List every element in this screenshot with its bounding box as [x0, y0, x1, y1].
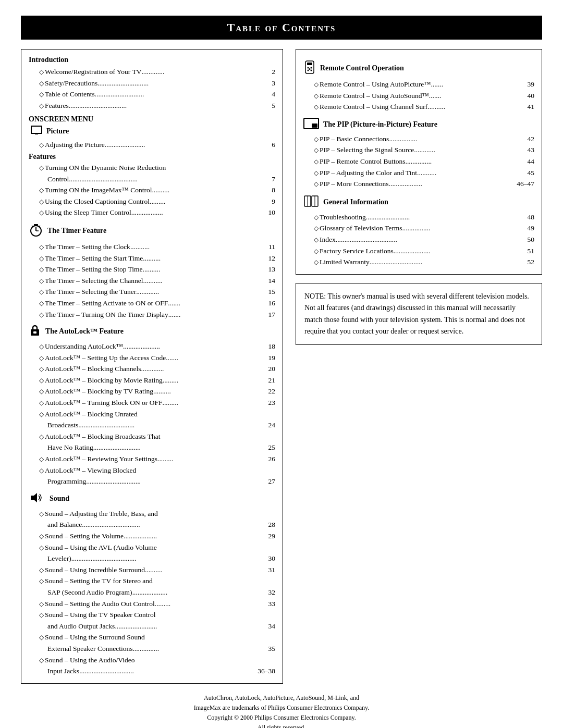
note-box: NOTE: This owner's manual is used with s…: [296, 283, 542, 346]
remote-entry-2: ◇ Remote Control – Using AutoSound™ ....…: [303, 90, 534, 102]
svg-point-16: [311, 70, 312, 71]
snd-entry-8a: ◇ Sound – Using the Surround Sound: [29, 632, 275, 643]
remote-entry-1: ◇ Remote Control – Using AutoPicture™ ..…: [303, 79, 534, 90]
remote-entry-3: ◇ Remote Control – Using Channel Surf ..…: [303, 101, 534, 113]
timer-entry-2: ◇ The Timer – Setting the Start Time ...…: [29, 253, 275, 264]
snd-entry-9b: Input Jacks ............................…: [29, 665, 275, 677]
pip-icon: [303, 118, 319, 131]
al-entry-3: ◇ AutoLock™ – Blocking Channels ........…: [29, 363, 275, 375]
page-title: Table of Contents: [21, 16, 542, 40]
footer-line2: ImageMax are trademarks of Philips Consu…: [21, 703, 542, 713]
al-entry-4: ◇ AutoLock™ – Blocking by Movie Rating .…: [29, 375, 275, 386]
svg-rect-12: [307, 63, 312, 65]
gen-entry-1: ◇ Troubleshooting ......................…: [303, 212, 534, 223]
al-entry-10b: Programming ............................…: [29, 476, 275, 487]
introduction-header: Introduction: [29, 56, 275, 64]
snd-entry-9a: ◇ Sound – Using the Audio/Video: [29, 655, 275, 666]
picture-section-header: Picture: [31, 126, 275, 137]
timer-entry-1: ◇ The Timer – Setting the Clock ........…: [29, 241, 275, 253]
remote-section: Remote Control Operation ◇ Remote Contro…: [296, 49, 542, 275]
book-icon: [303, 195, 319, 209]
snd-entry-2: ◇ Sound – Setting the Volume ...........…: [29, 530, 275, 542]
pip-entry-2: ◇ PIP – Selecting the Signal Source ....…: [303, 144, 534, 156]
timer-entry-5: ◇ The Timer – Selecting the Tuner ......…: [29, 286, 275, 298]
snd-entry-3b: Leveler) ...............................…: [29, 553, 275, 564]
snd-entry-1b: and Balance ............................…: [29, 519, 275, 530]
snd-entry-4: ◇ Sound – Using Incredible Surround ....…: [29, 564, 275, 576]
al-entry-9: ◇ AutoLock™ – Reviewing Your Settings ..…: [29, 453, 275, 465]
intro-entry-4: ◇ Features .............................…: [29, 100, 275, 112]
remote-icon: [303, 60, 316, 77]
feat-entry-3: ◇ Using the Closed Captioning Control ..…: [29, 196, 275, 207]
footer-line1: AutoChron, AutoLock, AutoPicture, AutoSo…: [21, 693, 542, 703]
picture-icon: [31, 126, 42, 137]
snd-entry-6: ◇ Sound – Setting the Audio Out Control …: [29, 598, 275, 610]
snd-entry-3a: ◇ Sound – Using the AVL (Audio Volume: [29, 542, 275, 553]
pip-entry-1: ◇ PIP – Basic Connections ..............…: [303, 133, 534, 145]
timer-entry-3: ◇ The Timer – Setting the Stop Time ....…: [29, 264, 275, 275]
svg-rect-1: [35, 133, 38, 134]
pip-entry-4: ◇ PIP – Adjusting the Color and Tint ...…: [303, 167, 534, 179]
lock-icon: [29, 324, 41, 339]
sound-icon: [29, 491, 45, 506]
left-column: Introduction ◇ Welcome/Registration of Y…: [21, 49, 283, 684]
snd-entry-7b: and Audio Output Jacks .................…: [29, 621, 275, 632]
snd-entry-8b: External Speaker Connections ...........…: [29, 643, 275, 655]
snd-entry-1a: ◇ Sound – Adjusting the Treble, Bass, an…: [29, 508, 275, 520]
al-entry-8b: Have No Rating .........................…: [29, 442, 275, 453]
pip-entry-5: ◇ PIP – More Connections ...............…: [303, 178, 534, 190]
svg-rect-9: [33, 331, 36, 334]
intro-entry-3: ◇ Table of Contents ....................…: [29, 89, 275, 100]
footer: AutoChron, AutoLock, AutoPicture, AutoSo…: [21, 693, 542, 728]
gen-entry-2: ◇ Glossary of Television Terms .........…: [303, 223, 534, 234]
svg-rect-0: [31, 126, 42, 133]
picture-entry: ◇ Adjusting the Picture ................…: [29, 139, 275, 151]
al-entry-6: ◇ AutoLock™ – Turning Block ON or OFF ..…: [29, 397, 275, 409]
gen-entry-3: ◇ Index ................................…: [303, 234, 534, 245]
right-column: Remote Control Operation ◇ Remote Contro…: [296, 49, 542, 684]
svg-rect-5: [34, 224, 38, 226]
timer-section-header: The Timer Feature: [29, 223, 275, 239]
svg-marker-10: [31, 493, 37, 502]
footer-line4: All rights reserved.: [21, 723, 542, 728]
feat-entry-2: ◇ Turning ON the ImageMax™ Control .....…: [29, 184, 275, 196]
al-entry-2: ◇ AutoLock™ – Setting Up the Access Code…: [29, 352, 275, 364]
svg-point-13: [308, 67, 309, 69]
svg-rect-19: [312, 124, 317, 128]
timer-icon: [29, 223, 43, 239]
al-entry-5: ◇ AutoLock™ – Blocking by TV Rating ....…: [29, 386, 275, 397]
remote-section-header: Remote Control Operation: [303, 60, 534, 77]
gen-entry-4: ◇ Factory Service Locations ............…: [303, 245, 534, 257]
al-entry-1: ◇ Understanding AutoLock™ ..............…: [29, 341, 275, 352]
onscreen-menu-header: ONSCREEN MENU: [29, 115, 275, 124]
al-entry-7a: ◇ AutoLock™ – Blocking Unrated: [29, 409, 275, 420]
svg-point-15: [308, 70, 309, 71]
snd-entry-5b: SAP (Second Audio Program) .............…: [29, 587, 275, 598]
pip-entry-3: ◇ PIP – Remote Control Buttons .........…: [303, 156, 534, 167]
sound-section-header: Sound: [29, 491, 275, 506]
feat-entry-1b: Control ................................…: [29, 174, 275, 185]
autolock-section-header: The AutoLock™ Feature: [29, 324, 275, 339]
al-entry-10a: ◇ AutoLock™ – Viewing Blocked: [29, 465, 275, 476]
timer-entry-7: ◇ The Timer – Turning ON the Timer Displ…: [29, 309, 275, 320]
intro-entry-1: ◇ Welcome/Registration of Your TV ......…: [29, 66, 275, 78]
footer-line3: Copyright © 2000 Philips Consumer Electr…: [21, 713, 542, 723]
al-entry-8a: ◇ AutoLock™ – Blocking Broadcasts That: [29, 431, 275, 442]
note-text: NOTE: This owner's manual is used with s…: [304, 292, 529, 335]
general-section-header: General Information: [303, 195, 534, 209]
timer-entry-6: ◇ The Timer – Setting Activate to ON or …: [29, 298, 275, 309]
feat-entry-4: ◇ Using the Sleep Timer Control ........…: [29, 207, 275, 218]
gen-entry-5: ◇ Limited Warranty .....................…: [303, 256, 534, 268]
pip-section-header: The PIP (Picture-in-Picture) Feature: [303, 118, 534, 131]
svg-point-17: [309, 68, 311, 70]
features-header: Features: [29, 153, 275, 161]
snd-entry-7a: ◇ Sound – Using the TV Speaker Control: [29, 609, 275, 621]
snd-entry-5a: ◇ Sound – Setting the TV for Stereo and: [29, 575, 275, 587]
svg-point-14: [311, 67, 312, 69]
timer-entry-4: ◇ The Timer – Selecting the Channel ....…: [29, 275, 275, 287]
intro-entry-2: ◇ Safety/Precautions ...................…: [29, 78, 275, 89]
al-entry-7b: Broadcasts .............................…: [29, 419, 275, 431]
feat-entry-1a: ◇ Turning ON the Dynamic Noise Reduction: [29, 162, 275, 174]
